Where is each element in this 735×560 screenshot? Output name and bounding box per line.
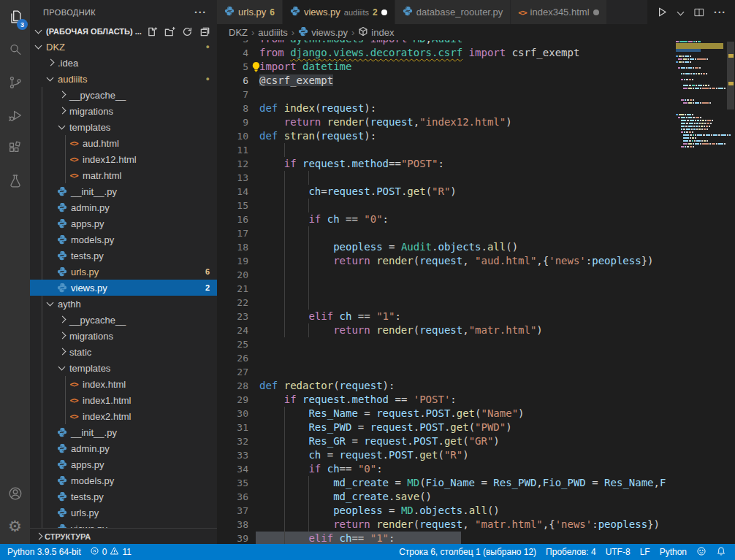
code-line-36[interactable]: md_create.save()	[259, 490, 672, 504]
tree-item-__pycache__[interactable]: __pycache__	[30, 312, 217, 328]
minimap[interactable]	[676, 24, 723, 544]
scrollbar[interactable]	[726, 24, 735, 544]
outline-section-header[interactable]: СТРУКТУРА	[30, 528, 217, 544]
breadcrumb-item-DKZ[interactable]: DKZ	[229, 27, 248, 38]
code-line-30[interactable]: Res_Name = request.POST.get("Name")	[259, 407, 672, 421]
tab-views.py[interactable]: views.pyaudiiits2	[283, 0, 395, 24]
code-line-6[interactable]: @csrf_exempt	[259, 74, 672, 88]
tree-item-DKZ[interactable]: DKZ●	[30, 39, 217, 55]
activity-search-button[interactable]	[0, 33, 30, 66]
activity-extensions-button[interactable]	[0, 131, 30, 164]
activity-account-button[interactable]	[0, 477, 30, 510]
code-line-17[interactable]	[259, 226, 672, 240]
code-line-39[interactable]: elif ch== "1":	[259, 532, 672, 544]
code-line-29[interactable]: if request.method == 'POST':	[259, 393, 672, 407]
tree-item-.idea[interactable]: .idea	[30, 55, 217, 71]
tree-item-admin.py[interactable]: admin.py	[30, 440, 217, 456]
status-problems[interactable]: 011	[90, 546, 132, 558]
code-line-13[interactable]	[259, 171, 672, 185]
code-line-28[interactable]: def redactor(request):	[259, 379, 672, 393]
code-line-20[interactable]	[259, 268, 672, 282]
tree-item-aythh[interactable]: aythh	[30, 296, 217, 312]
tab-urls.py[interactable]: urls.py6	[217, 0, 283, 24]
code-line-23[interactable]: elif ch == "1":	[259, 310, 672, 323]
tree-item-urls.py[interactable]: urls.py	[30, 505, 217, 521]
code-line-38[interactable]: return render(request, "matr.html",{'new…	[259, 518, 672, 532]
dirty-dot-icon[interactable]	[593, 9, 599, 15]
more-actions-icon[interactable]: ···	[194, 7, 207, 18]
run-icon[interactable]	[656, 6, 669, 18]
dirty-dot-icon[interactable]	[381, 9, 387, 15]
status-feedback[interactable]	[696, 546, 707, 559]
breadcrumb-item-views.py[interactable]: views.py	[298, 26, 348, 39]
lightbulb-icon[interactable]	[251, 61, 262, 75]
code-line-7[interactable]	[259, 88, 672, 101]
status-cursor-position[interactable]: Строка 6, столбец 1 (выбрано 12)	[399, 547, 536, 557]
tree-item-apps.py[interactable]: apps.py	[30, 456, 217, 472]
code-line-4[interactable]: from django.views.decorators.csrf import…	[259, 46, 672, 60]
activity-source-control-button[interactable]	[0, 66, 30, 99]
tree-item-models.py[interactable]: models.py	[30, 472, 217, 488]
tree-item-__pycache__[interactable]: __pycache__	[30, 87, 217, 103]
code-line-22[interactable]	[259, 296, 672, 310]
tree-item-index12.html[interactable]: <>index12.html	[30, 151, 217, 167]
code-line-5[interactable]: import datetime	[259, 60, 672, 74]
tab-database_roouter.py[interactable]: database_roouter.py	[395, 0, 511, 24]
activity-testing-button[interactable]	[0, 164, 30, 197]
tree-item-migrations[interactable]: migrations	[30, 328, 217, 344]
tree-item-admin.py[interactable]: admin.py	[30, 199, 217, 215]
tree-item-models.py[interactable]: models.py	[30, 231, 217, 248]
tab-index345.html[interactable]: <>index345.html	[511, 0, 606, 24]
activity-explorer-button[interactable]: 3	[0, 0, 30, 33]
code-line-9[interactable]: return render(request,"index12.html")	[259, 115, 672, 129]
tree-item-templates[interactable]: templates	[30, 360, 217, 376]
code-line-21[interactable]	[259, 282, 672, 296]
breadcrumb-item-index[interactable]: index	[358, 26, 394, 39]
code-line-8[interactable]: def index(request):	[259, 101, 672, 115]
tree-item-views.py[interactable]: views.py	[30, 521, 217, 528]
code-line-33[interactable]: ch = request.POST.get("R")	[259, 448, 672, 462]
tree-item-audiiits[interactable]: audiiits●	[30, 71, 217, 87]
activity-run-debug-button[interactable]	[0, 99, 30, 131]
code-line-35[interactable]: md_create = MD(Fio_Name = Res_PWD,Fio_PW…	[259, 476, 672, 490]
split-editor-icon[interactable]	[693, 7, 705, 18]
tree-item-static[interactable]: static	[30, 344, 217, 360]
code-line-25[interactable]	[259, 337, 672, 351]
code-line-10[interactable]: def stran(request):	[259, 129, 672, 143]
tree-item-index2.html[interactable]: <>index2.html	[30, 408, 217, 424]
code-line-19[interactable]: return render(request, "aud.html",{'news…	[259, 254, 672, 268]
code-line-15[interactable]	[259, 199, 672, 212]
status-indentation[interactable]: Пробелов: 4	[546, 547, 596, 557]
tree-item-__init__.py[interactable]: __init__.py	[30, 183, 217, 199]
tree-item-matr.html[interactable]: <>matr.html	[30, 167, 217, 183]
status-eol[interactable]: LF	[640, 547, 650, 557]
code-line-11[interactable]	[259, 143, 672, 157]
collapse-all-icon[interactable]	[198, 25, 211, 38]
code-line-32[interactable]: Res_GR = request.POST.get("GR")	[259, 434, 672, 448]
tree-item-tests.py[interactable]: tests.py	[30, 488, 217, 505]
tree-item-migrations[interactable]: migrations	[30, 103, 217, 119]
code-line-27[interactable]	[259, 365, 672, 379]
tree-item-views.py[interactable]: views.py2	[30, 280, 217, 296]
tree-item-aud.html[interactable]: <>aud.html	[30, 135, 217, 151]
chevron-down-icon[interactable]	[677, 9, 685, 16]
status-python-version[interactable]: Python 3.9.5 64-bit	[7, 547, 81, 557]
tree-item-tests.py[interactable]: tests.py	[30, 248, 217, 264]
code-editor[interactable]: 3456789101112131415161718192021222324252…	[217, 24, 735, 544]
code-line-14[interactable]: ch=request.POST.get("R")	[259, 185, 672, 199]
tree-item-index1.html[interactable]: <>index1.html	[30, 392, 217, 408]
tree-item-index.html[interactable]: <>index.html	[30, 376, 217, 392]
code-line-24[interactable]: return render(request,"matr.html")	[259, 323, 672, 337]
scrollbar-slider[interactable]	[727, 42, 734, 110]
breadcrumb-item-audiiits[interactable]: audiiits	[258, 27, 287, 38]
status-encoding[interactable]: UTF-8	[606, 547, 631, 557]
code-line-37[interactable]: peopless = MD.objects.all()	[259, 504, 672, 518]
tree-item-apps.py[interactable]: apps.py	[30, 215, 217, 231]
workspace-header[interactable]: (РАБОЧАЯ ОБЛАСТЬ) ...	[30, 24, 217, 39]
refresh-icon[interactable]	[180, 25, 194, 38]
new-file-icon[interactable]	[145, 25, 159, 38]
tree-item-__init__.py[interactable]: __init__.py	[30, 424, 217, 440]
new-folder-icon[interactable]	[163, 25, 176, 38]
code-line-16[interactable]: if ch == "0":	[259, 212, 672, 226]
code-line-31[interactable]: Res_PWD = request.POST.get("PWD")	[259, 421, 672, 434]
